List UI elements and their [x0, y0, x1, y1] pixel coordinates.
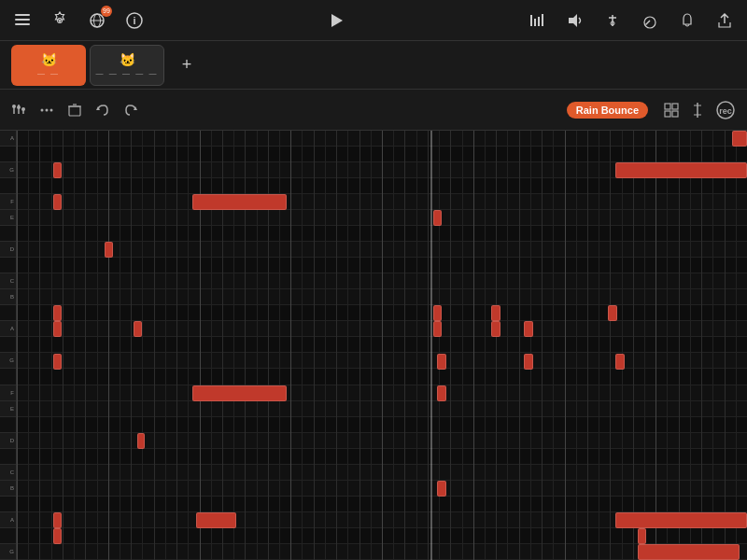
- track-2-dots: — — — — —: [96, 69, 159, 77]
- piano-key-e[interactable]: E: [0, 401, 16, 417]
- svg-point-20: [17, 105, 21, 109]
- piano-key-a[interactable]: A: [0, 512, 16, 528]
- piano-keys: AGFEDCBAGFEDCBAG: [0, 131, 17, 560]
- toolbar: Rain Bounce rec: [0, 90, 747, 131]
- piano-key-bb[interactable]: [0, 305, 16, 321]
- svg-rect-0: [15, 14, 30, 16]
- volume-icon[interactable]: [564, 9, 586, 32]
- svg-rect-2: [15, 23, 30, 25]
- piano-key-bb[interactable]: [0, 497, 16, 512]
- settings-icon[interactable]: [49, 9, 71, 32]
- piano-key-d[interactable]: D: [0, 242, 16, 258]
- piano-key-c[interactable]: C: [0, 465, 16, 481]
- top-bar-right: [527, 9, 736, 32]
- piano-key-cs[interactable]: [0, 258, 16, 273]
- grid-row-9: [17, 273, 747, 289]
- meter-icon[interactable]: [639, 9, 661, 32]
- svg-point-21: [21, 107, 25, 111]
- grid-row-5: [17, 210, 747, 226]
- mixer-small-icon[interactable]: [11, 103, 26, 118]
- piano-key-gs[interactable]: [0, 528, 16, 544]
- track-tabs: 🐱 — — 🐱 — — — — — +: [0, 41, 747, 90]
- piano-key-b[interactable]: B: [0, 289, 16, 305]
- track-tab-1[interactable]: 🐱 — —: [11, 45, 86, 86]
- grid-row-19: [17, 433, 747, 449]
- grid-container[interactable]: [17, 131, 747, 560]
- tuner-icon[interactable]: [601, 9, 624, 32]
- network-icon[interactable]: 99: [86, 9, 108, 32]
- grid-row-25: [17, 528, 747, 544]
- svg-rect-32: [665, 111, 670, 117]
- play-button[interactable]: [323, 7, 349, 34]
- grid-row-16: [17, 385, 747, 401]
- svg-point-22: [41, 108, 44, 111]
- grid-row-22: [17, 481, 747, 497]
- grid-row-15: [17, 369, 747, 385]
- top-bar-center: [323, 7, 349, 34]
- svg-rect-12: [542, 14, 543, 26]
- snap-icon[interactable]: [689, 102, 706, 119]
- grid-row-18: [17, 417, 747, 433]
- grid-row-7: [17, 242, 747, 258]
- delete-icon[interactable]: [67, 103, 82, 118]
- piano-key-gs[interactable]: [0, 337, 16, 353]
- grid-row-20: [17, 449, 747, 465]
- piano-key-eb[interactable]: [0, 226, 16, 242]
- piano-key-d[interactable]: D: [0, 433, 16, 449]
- info-icon[interactable]: i: [123, 9, 146, 32]
- piano-roll: AGFEDCBAGFEDCBAG: [0, 131, 747, 560]
- share-icon[interactable]: [713, 9, 736, 32]
- piano-key-eb[interactable]: [0, 417, 16, 433]
- record-icon[interactable]: rec: [715, 100, 736, 120]
- piano-key-a[interactable]: A: [0, 131, 16, 147]
- undo-icon[interactable]: [95, 103, 110, 118]
- svg-rect-30: [665, 104, 670, 109]
- grid-row-8: [17, 258, 747, 273]
- piano-key-f[interactable]: F: [0, 194, 16, 210]
- piano-key-fs[interactable]: [0, 178, 16, 194]
- svg-point-23: [46, 108, 49, 111]
- grid-row-14: [17, 353, 747, 369]
- piano-key-b[interactable]: B: [0, 481, 16, 497]
- svg-rect-31: [672, 104, 678, 109]
- grid-row-21: [17, 465, 747, 481]
- redo-icon[interactable]: [123, 103, 138, 118]
- bell-icon[interactable]: [676, 9, 698, 32]
- grid-row-1: [17, 147, 747, 162]
- mixer-icon[interactable]: [527, 9, 549, 32]
- track-1-dots: — —: [37, 69, 60, 77]
- browse-icon[interactable]: [11, 9, 34, 32]
- svg-point-15: [644, 17, 655, 28]
- piano-key-cs[interactable]: [0, 449, 16, 465]
- grid-icon[interactable]: [663, 102, 680, 119]
- svg-point-24: [50, 108, 53, 111]
- grid-row-11: [17, 305, 747, 321]
- grid-row-12: [17, 321, 747, 337]
- grid-row-4: [17, 194, 747, 210]
- svg-rect-33: [672, 111, 678, 117]
- piano-key-f[interactable]: F: [0, 385, 16, 401]
- track-1-icon: 🐱: [41, 52, 57, 67]
- grid-row-26: [17, 544, 747, 560]
- toolbar-center: Rain Bounce: [567, 102, 648, 119]
- piano-key-c[interactable]: C: [0, 273, 16, 289]
- piano-key-a[interactable]: A: [0, 321, 16, 337]
- grid-row-6: [17, 226, 747, 242]
- svg-point-19: [12, 105, 16, 108]
- grid-row-23: [17, 497, 747, 512]
- svg-rect-1: [15, 19, 30, 21]
- svg-text:i: i: [133, 15, 135, 26]
- toolbar-right: rec: [663, 100, 736, 120]
- track-tab-2[interactable]: 🐱 — — — — —: [90, 45, 164, 86]
- track-name-badge[interactable]: Rain Bounce: [567, 102, 648, 119]
- grid-row-13: [17, 337, 747, 353]
- piano-key-fs[interactable]: [0, 369, 16, 385]
- add-track-button[interactable]: +: [172, 50, 202, 80]
- more-icon[interactable]: [39, 103, 54, 118]
- piano-key-g[interactable]: G: [0, 162, 16, 178]
- piano-key-g[interactable]: G: [0, 353, 16, 369]
- piano-key-g[interactable]: G: [0, 544, 16, 560]
- piano-key-e[interactable]: E: [0, 210, 16, 226]
- piano-key-gs[interactable]: [0, 147, 16, 162]
- grid-row-17: [17, 401, 747, 417]
